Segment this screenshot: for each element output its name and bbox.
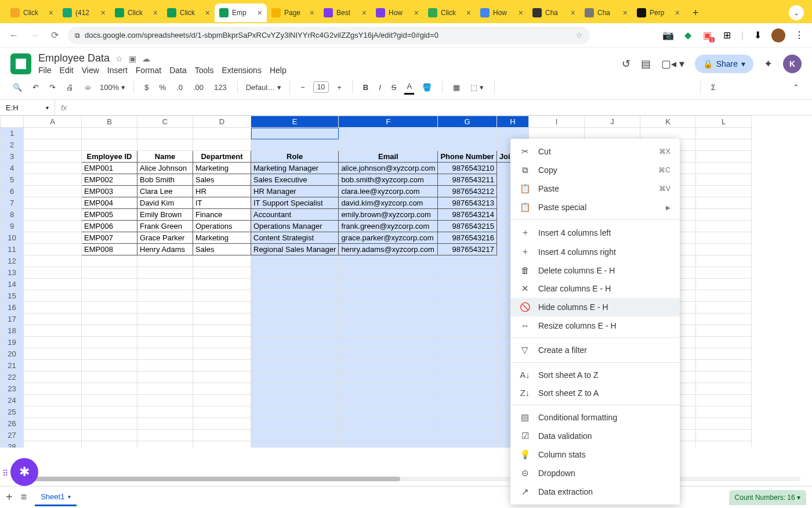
cell-G2[interactable] xyxy=(438,139,496,151)
camera-icon[interactable]: 📷 xyxy=(662,30,674,41)
ctx-insert-left[interactable]: ＋Insert 4 columns left xyxy=(510,223,680,242)
cell-L28[interactable] xyxy=(696,441,752,448)
cell-B11[interactable]: EMP008 xyxy=(82,244,137,255)
row-header-3[interactable]: 3 xyxy=(1,151,24,163)
cell-B9[interactable]: EMP006 xyxy=(82,221,137,232)
cell-B19[interactable] xyxy=(82,337,137,348)
cell-A22[interactable] xyxy=(24,372,82,383)
cell-C15[interactable] xyxy=(137,290,193,302)
cell-D20[interactable] xyxy=(193,348,251,360)
cell-E8[interactable]: Accountant xyxy=(251,209,339,221)
cell-D15[interactable] xyxy=(193,290,251,302)
browser-menu-icon[interactable]: ⋮ xyxy=(793,30,805,41)
cell-C7[interactable]: David Kim xyxy=(137,197,193,209)
functions-icon[interactable]: Σ xyxy=(709,81,718,94)
sheet-tab[interactable]: Sheet1▾ xyxy=(35,489,77,506)
cell-C17[interactable] xyxy=(137,314,193,325)
paint-format-icon[interactable]: ⌯ xyxy=(82,81,94,94)
meet-icon[interactable]: ▢◂ ▾ xyxy=(661,57,684,70)
font-select[interactable]: Defaul… ▾ xyxy=(246,83,282,92)
cell-A8[interactable] xyxy=(24,209,82,221)
row-header-25[interactable]: 25 xyxy=(1,406,24,418)
print-icon[interactable]: 🖨 xyxy=(64,81,76,94)
browser-tab[interactable]: Emp× xyxy=(215,3,267,22)
share-button[interactable]: 🔒 Share ▾ xyxy=(695,55,753,73)
bold-icon[interactable]: B xyxy=(361,81,371,94)
cell-A10[interactable] xyxy=(24,232,82,244)
cell-F9[interactable]: frank.green@xyzcorp.com xyxy=(339,221,438,232)
row-header-27[interactable]: 27 xyxy=(1,430,24,441)
row-header-13[interactable]: 13 xyxy=(1,267,24,279)
row-header-1[interactable]: 1 xyxy=(1,128,24,139)
browser-tab[interactable]: Click× xyxy=(162,3,215,22)
redo-icon[interactable]: ↷ xyxy=(47,81,58,94)
cell-A5[interactable] xyxy=(24,174,82,186)
browser-tab[interactable]: Click× xyxy=(6,3,58,22)
cell-C27[interactable] xyxy=(137,430,193,441)
cell-A21[interactable] xyxy=(24,360,82,372)
column-header-J[interactable]: J xyxy=(585,116,640,128)
browser-tab[interactable]: How× xyxy=(371,3,423,22)
cell-A23[interactable] xyxy=(24,383,82,395)
cell-F2[interactable] xyxy=(339,139,438,151)
cell-A19[interactable] xyxy=(24,337,82,348)
cell-G12[interactable] xyxy=(438,255,496,267)
cell-F8[interactable]: emily.brown@xyzcorp.com xyxy=(339,209,438,221)
browser-tab[interactable]: Page× xyxy=(267,3,319,22)
cell-E4[interactable]: Marketing Manager xyxy=(251,163,339,174)
cell-F13[interactable] xyxy=(339,267,438,279)
back-icon[interactable]: ← xyxy=(7,28,21,43)
cell-L15[interactable] xyxy=(696,290,752,302)
cell-G26[interactable] xyxy=(438,418,496,430)
cell-G13[interactable] xyxy=(438,267,496,279)
cell-D1[interactable] xyxy=(193,128,251,139)
cell-D24[interactable] xyxy=(193,395,251,406)
cell-F21[interactable] xyxy=(339,360,438,372)
ctx-smart-chips[interactable]: ☰Smart chips▶ xyxy=(510,501,680,505)
cell-G21[interactable] xyxy=(438,360,496,372)
star-icon[interactable]: ☆ xyxy=(115,54,123,63)
cell-D8[interactable]: Finance xyxy=(193,209,251,221)
cell-E23[interactable] xyxy=(251,383,339,395)
browser-tab[interactable]: Best× xyxy=(319,3,371,22)
cell-L3[interactable] xyxy=(696,151,752,163)
increase-font-icon[interactable]: + xyxy=(335,81,344,94)
cell-F12[interactable] xyxy=(339,255,438,267)
row-header-11[interactable]: 11 xyxy=(1,244,24,255)
cell-E24[interactable] xyxy=(251,395,339,406)
column-header-H[interactable]: H xyxy=(496,116,528,128)
cell-A26[interactable] xyxy=(24,418,82,430)
cell-F25[interactable] xyxy=(339,406,438,418)
zoom-select[interactable]: 100% ▾ xyxy=(100,83,125,92)
ctx-hide-cols[interactable]: 🚫Hide columns E - H xyxy=(510,298,680,316)
cell-L8[interactable] xyxy=(696,209,752,221)
cell-A12[interactable] xyxy=(24,255,82,267)
cell-D10[interactable]: Marketing xyxy=(193,232,251,244)
cell-A28[interactable] xyxy=(24,441,82,448)
undo-icon[interactable]: ↶ xyxy=(30,81,41,94)
browser-tab[interactable]: Cha× xyxy=(580,3,632,22)
browser-tab[interactable]: Click× xyxy=(110,3,162,22)
browser-tab[interactable]: (412× xyxy=(58,3,110,22)
menu-insert[interactable]: Insert xyxy=(107,66,128,75)
cell-F5[interactable]: bob.smith@xyzcorp.com xyxy=(339,174,438,186)
doc-title[interactable]: Employee Data xyxy=(38,52,110,64)
ctx-data-validation[interactable]: ☑Data validation xyxy=(510,427,680,445)
cell-A25[interactable] xyxy=(24,406,82,418)
cell-H1[interactable] xyxy=(496,128,528,139)
menu-data[interactable]: Data xyxy=(169,66,187,75)
cell-B25[interactable] xyxy=(82,406,137,418)
cell-G20[interactable] xyxy=(438,348,496,360)
cell-I1[interactable] xyxy=(529,128,585,139)
cell-L21[interactable] xyxy=(696,360,752,372)
cell-B8[interactable]: EMP005 xyxy=(82,209,137,221)
row-header-16[interactable]: 16 xyxy=(1,302,24,314)
cell-A17[interactable] xyxy=(24,314,82,325)
bookmark-star-icon[interactable]: ☆ xyxy=(576,31,583,39)
cell-D3[interactable]: Department xyxy=(193,151,251,163)
cell-E21[interactable] xyxy=(251,360,339,372)
cell-C2[interactable] xyxy=(137,139,193,151)
ctx-delete-cols[interactable]: 🗑Delete columns E - H xyxy=(510,261,680,279)
ctx-clear-cols[interactable]: ✕Clear columns E - H xyxy=(510,279,680,298)
percent-icon[interactable]: % xyxy=(157,81,168,94)
